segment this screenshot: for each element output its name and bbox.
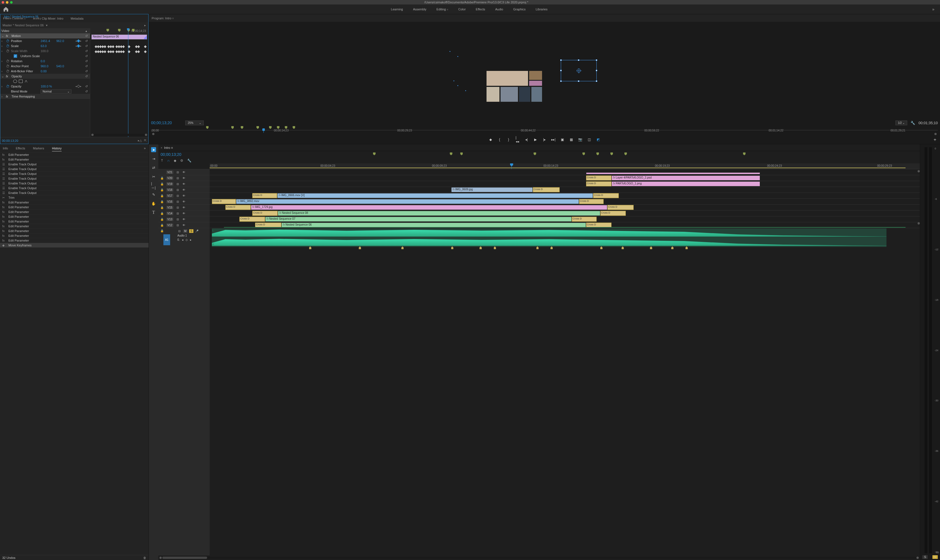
prev-kf-icon[interactable]: ◂: [182, 238, 183, 242]
audio-clip[interactable]: L R: [212, 228, 886, 247]
section-toggle-icon[interactable]: ▴: [85, 29, 88, 33]
safe-margins-icon[interactable]: ◩: [596, 138, 600, 142]
audio-track-name[interactable]: Audio 1: [177, 234, 198, 237]
timeline-ruler[interactable]: ;00;00 00;00;04;23 00;00;09;23 00;00;14;…: [210, 163, 920, 169]
tab-program[interactable]: Program: Intro ≡: [152, 17, 174, 20]
reset-icon[interactable]: ↺: [85, 85, 88, 88]
lock-icon[interactable]: 🔒: [160, 177, 164, 180]
program-viewport[interactable]: [149, 22, 940, 119]
motion-effect[interactable]: ⌄fxMotion↺: [0, 33, 90, 38]
blend-mode-select[interactable]: Normal⌄: [41, 89, 71, 94]
tab-metadata[interactable]: Metadata: [71, 17, 83, 20]
history-item[interactable]: fxEdit Parameter: [0, 224, 149, 228]
history-item[interactable]: fxEdit Parameter: [0, 214, 149, 219]
lift-icon[interactable]: ▣: [560, 138, 565, 142]
program-timecode[interactable]: 00;00;13;20: [151, 120, 182, 125]
reset-icon[interactable]: ↺: [85, 69, 88, 73]
program-ruler[interactable]: ;00;00 00;00;14;23 00;00;29;23 00;00;44;…: [151, 126, 938, 135]
kf-diamond-icon[interactable]: ◇: [186, 238, 188, 242]
home-icon[interactable]: [3, 6, 9, 12]
tab-markers[interactable]: Markers: [33, 146, 44, 150]
razor-tool-icon[interactable]: ✂: [151, 174, 156, 179]
eye-icon[interactable]: 👁: [182, 171, 186, 174]
snap-icon[interactable]: ⤒: [161, 158, 163, 163]
history-item[interactable]: ☰Enable Track Output: [0, 186, 149, 190]
voiceover-icon[interactable]: 🎤: [195, 229, 198, 232]
clip-v16[interactable]: fxIMG_0892.mov: [236, 199, 579, 204]
workspace-tab-libraries[interactable]: Libraries: [535, 8, 547, 11]
rect-mask-icon[interactable]: [19, 80, 23, 83]
clip-v15[interactable]: fxIMG_1729.jpg: [251, 205, 607, 210]
mark-in-icon[interactable]: {: [498, 138, 502, 142]
history-item[interactable]: fxEdit Parameter: [0, 228, 149, 233]
go-to-out-icon[interactable]: ▸▸|: [552, 138, 555, 142]
stopwatch-icon[interactable]: ⏱: [6, 69, 9, 74]
opacity-effect[interactable]: ⌄fxOpacity↺: [0, 74, 90, 79]
clip-v14[interactable]: fxNested Sequence 08: [278, 211, 600, 216]
reset-icon[interactable]: ↺: [85, 90, 88, 93]
minimize-window-dot[interactable]: [6, 1, 8, 4]
history-item[interactable]: fxEdit Parameter: [0, 152, 149, 157]
time-remap-effect[interactable]: ›fxTime Remapping: [0, 94, 90, 99]
history-item[interactable]: ◆Move Keyframes: [0, 243, 149, 248]
history-item[interactable]: ✂Trim: [0, 195, 149, 200]
linked-selection-icon[interactable]: ∩: [167, 158, 170, 163]
workspace-tab-effects[interactable]: Effects: [476, 8, 485, 11]
settings-icon[interactable]: ⇱: [144, 139, 146, 142]
workspace-tab-graphics[interactable]: Graphics: [513, 8, 526, 11]
history-item[interactable]: ☰Enable Track Output: [0, 181, 149, 186]
add-marker-icon[interactable]: ◆: [174, 158, 176, 163]
history-item[interactable]: ☰Enable Track Output: [0, 162, 149, 166]
dropdown-icon[interactable]: ▾: [46, 23, 48, 27]
timeline-timecode[interactable]: 00;00;13;20: [161, 152, 182, 157]
wrench-icon[interactable]: 🔧: [911, 121, 915, 125]
resolution-select[interactable]: 1/2 ⌄: [895, 120, 908, 125]
reset-icon[interactable]: ↺: [85, 65, 88, 68]
maximize-window-dot[interactable]: [10, 1, 12, 4]
play-icon[interactable]: ▶: [534, 138, 537, 142]
mute-button[interactable]: M: [183, 229, 188, 233]
reset-icon[interactable]: ↺: [85, 75, 88, 78]
history-item[interactable]: ☰Enable Track Output: [0, 166, 149, 171]
history-item[interactable]: fxEdit Parameter: [0, 209, 149, 214]
reset-icon[interactable]: ↺: [85, 39, 88, 43]
close-window-dot[interactable]: [2, 1, 4, 4]
step-back-icon[interactable]: ◂|: [525, 138, 529, 142]
export-frame-icon[interactable]: 📷: [578, 138, 582, 142]
clip-v20[interactable]: fxLayer 4/PARTofLOGO_2.psd: [612, 175, 760, 180]
workspace-tab-audio[interactable]: Audio: [495, 8, 503, 11]
workspace-menu-icon[interactable]: ≡: [447, 8, 448, 11]
track-select-tool-icon[interactable]: ⇥: [151, 156, 156, 161]
button-editor-icon[interactable]: ＋: [933, 137, 937, 143]
workspace-tab-color[interactable]: Color: [458, 8, 466, 11]
mark-out-icon[interactable]: }: [507, 138, 511, 142]
tabs-overflow-icon[interactable]: »: [144, 146, 146, 150]
clip-v19[interactable]: fxPARTofLOGO_1.png: [612, 182, 760, 186]
history-item[interactable]: fxEdit Parameter: [0, 219, 149, 224]
stopwatch-icon[interactable]: ⏱: [6, 85, 9, 89]
loop-icon[interactable]: ▸△: [138, 139, 142, 142]
trash-icon[interactable]: 🗑: [143, 556, 146, 560]
timeline-settings-icon[interactable]: ⚙: [180, 158, 183, 163]
timeline-tracks[interactable]: Cross DfxLayer 4/PARTofLOGO_2.psd Cross …: [210, 169, 920, 555]
add-kf-icon[interactable]: [77, 39, 80, 42]
history-item[interactable]: ☰Enable Track Output: [0, 190, 149, 195]
history-item[interactable]: ☰Enable Track Output: [0, 171, 149, 176]
h-scroll-thumb[interactable]: [162, 557, 207, 559]
uniform-scale-checkbox[interactable]: ✓: [14, 54, 17, 58]
step-forward-icon[interactable]: |▸: [543, 138, 546, 142]
pen-mask-icon[interactable]: [25, 80, 28, 83]
tab-info[interactable]: Info: [3, 146, 8, 150]
sync-lock-icon[interactable]: ⊟: [176, 171, 180, 174]
zoom-select[interactable]: 25%⌄: [185, 120, 204, 125]
panel-menu-icon[interactable]: ≡: [172, 17, 174, 20]
workspace-tab-assembly[interactable]: Assembly: [413, 8, 426, 11]
clip-v17[interactable]: fxIMG_0906.mov [V]: [277, 193, 593, 198]
next-kf-icon[interactable]: ▸: [190, 238, 191, 242]
selection-tool-icon[interactable]: ➤: [151, 147, 156, 152]
add-marker-icon[interactable]: ◆: [489, 138, 493, 142]
clip-v18[interactable]: fxIMG_0609.jpg: [451, 187, 533, 192]
solo-right[interactable]: S: [932, 555, 938, 559]
tab-effects[interactable]: Effects: [16, 146, 25, 150]
audio-track-target[interactable]: A1: [163, 234, 170, 245]
